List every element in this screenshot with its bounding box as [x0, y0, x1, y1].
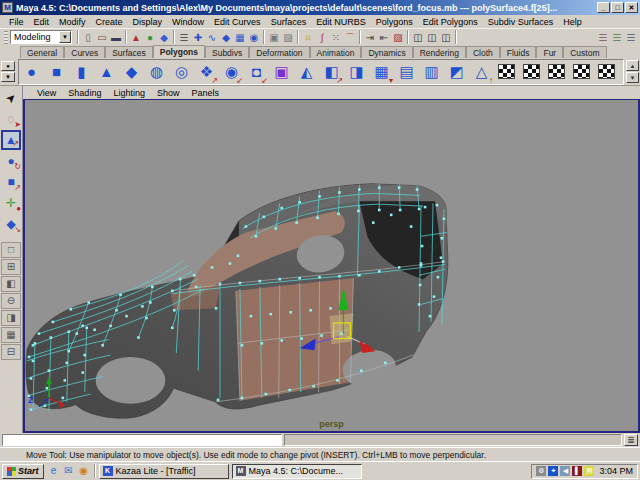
ie-quicklaunch-icon[interactable]: e — [47, 464, 61, 478]
lasso-select-tool[interactable]: ◌➤ — [1, 109, 21, 129]
viewport-menu-view[interactable]: View — [31, 88, 62, 98]
poly-subdivide-icon[interactable]: ❖↗ — [194, 60, 219, 84]
shelf-menu-button[interactable]: ● — [1, 61, 15, 71]
viewport-menu-show[interactable]: Show — [151, 88, 186, 98]
poly-cube-icon[interactable]: ■ — [44, 60, 69, 84]
shelf-tab-animation[interactable]: Animation — [310, 46, 362, 58]
maya-app-icon[interactable]: M — [2, 2, 13, 13]
snap-to-view-plane-icon[interactable]: ▦ — [233, 30, 247, 45]
layout-two-pane-stacked[interactable]: ⊖ — [1, 293, 21, 309]
shelf-tab-subdivs[interactable]: Subdivs — [205, 46, 249, 58]
show-attribute-editor-icon[interactable]: ☰ — [596, 30, 610, 45]
uv-checker-2-icon[interactable] — [523, 64, 540, 79]
select-component-icon[interactable]: ◆ — [157, 30, 171, 45]
current-tool[interactable]: ◆↘ — [1, 214, 21, 234]
poly-split-left-icon[interactable]: ◧↗ — [319, 60, 344, 84]
chevron-down-icon[interactable]: ▼ — [59, 31, 71, 43]
tray-updates[interactable]: ⚙ — [536, 466, 546, 476]
menu-edit-polygons[interactable]: Edit Polygons — [418, 17, 483, 27]
select-hierarchy-icon[interactable]: ▲ — [129, 30, 143, 45]
menu-edit-nurbs[interactable]: Edit NURBS — [311, 17, 371, 27]
shelf-scroll-up[interactable]: ▲ — [626, 60, 639, 71]
make-live-icon[interactable]: ◉ — [247, 30, 261, 45]
tray-msn[interactable]: ✦ — [548, 466, 558, 476]
snap-to-point-icon[interactable]: ◆ — [219, 30, 233, 45]
layout-persp-graph[interactable]: ⊟ — [1, 344, 21, 360]
maximize-button[interactable]: □ — [611, 2, 624, 13]
task-maya[interactable]: MMaya 4.5: C:\Docume... — [232, 464, 362, 479]
poly-extrude-face-icon[interactable]: ◘↙ — [244, 60, 269, 84]
shelf-tab-rendering[interactable]: Rendering — [413, 46, 466, 58]
save-scene-icon[interactable]: ▬ — [109, 30, 123, 45]
menu-subdiv-surfaces[interactable]: Subdiv Surfaces — [483, 17, 559, 27]
menu-create[interactable]: Create — [91, 17, 128, 27]
menu-edit[interactable]: Edit — [29, 17, 55, 27]
poly-sphere-circled-icon[interactable]: ◎ — [169, 60, 194, 84]
shelf-tab-dynamics[interactable]: Dynamics — [361, 46, 412, 58]
menu-display[interactable]: Display — [128, 17, 168, 27]
layout-hypershade[interactable]: ▦ — [1, 327, 21, 343]
poly-bevel-icon[interactable]: ◭ — [294, 60, 319, 84]
uv-checker-4-icon[interactable] — [573, 64, 590, 79]
snap-modes-icon[interactable]: ☰ — [177, 30, 191, 45]
poly-cone-icon[interactable]: ▲ — [94, 60, 119, 84]
snap-to-curve-icon[interactable]: ∿ — [205, 30, 219, 45]
shelf-tab-polygons[interactable]: Polygons — [153, 45, 205, 58]
layout-persp-outliner[interactable]: ◨ — [1, 310, 21, 326]
tray-ati[interactable]: ▌ — [572, 466, 582, 476]
shelf-tab-curves[interactable]: Curves — [64, 46, 105, 58]
lock-selection-icon[interactable]: ▣ — [267, 30, 281, 45]
close-button[interactable]: ✕ — [625, 2, 638, 13]
layout-four-pane[interactable]: ⊞ — [1, 259, 21, 275]
poly-mirror-icon[interactable]: ◩ — [444, 60, 469, 84]
viewport-menu-lighting[interactable]: Lighting — [107, 88, 151, 98]
new-scene-icon[interactable]: ▯ — [81, 30, 95, 45]
start-button[interactable]: Start — [2, 464, 44, 479]
poly-sphere-icon[interactable]: ● — [19, 60, 44, 84]
menu-window[interactable]: Window — [167, 17, 209, 27]
outlook-quicklaunch-icon[interactable]: ✉ — [62, 464, 76, 478]
show-channel-box-icon[interactable]: ☰ — [624, 30, 638, 45]
poly-merge-icon[interactable]: ▥ — [419, 60, 444, 84]
render-globals-icon[interactable]: ◫ — [439, 30, 453, 45]
select-tool[interactable]: ➤ — [1, 88, 21, 108]
title-bar[interactable]: M Maya 4.5: C:\Documents and Settings\Al… — [0, 0, 640, 15]
shelf-tab-surfaces[interactable]: Surfaces — [105, 46, 153, 58]
curve-snap-magnet-icon[interactable]: ∫ — [315, 30, 329, 45]
scale-tool[interactable]: ■↗ — [1, 172, 21, 192]
viewport-menu-shading[interactable]: Shading — [62, 88, 107, 98]
component-highlight-icon[interactable]: ▨ — [391, 30, 405, 45]
tray-scheduler[interactable]: ▤ — [584, 466, 594, 476]
poly-combine-icon[interactable]: ▦▾ — [369, 60, 394, 84]
ipr-render-icon[interactable]: ◫ — [425, 30, 439, 45]
poly-append-icon[interactable]: ▤ — [394, 60, 419, 84]
3d-scene[interactable]: Z — [25, 100, 638, 431]
magnet-tool-icon[interactable]: ⌒ — [343, 30, 357, 45]
render-current-frame-icon[interactable]: ◫ — [411, 30, 425, 45]
viewport-menu-panels[interactable]: Panels — [185, 88, 225, 98]
menu-file[interactable]: File — [4, 17, 29, 27]
point-snap-magnet-icon[interactable]: ⁙ — [329, 30, 343, 45]
tray-volume[interactable]: ◀ — [560, 466, 570, 476]
shelf-tab-custom[interactable]: Custom — [563, 46, 606, 58]
select-object-icon[interactable]: ● — [143, 30, 157, 45]
menu-set-selector[interactable]: Modeling ▼ — [10, 30, 72, 44]
enter-component-mode-icon[interactable]: ⇥ — [363, 30, 377, 45]
menu-help[interactable]: Help — [558, 17, 587, 27]
poly-cube-textured-icon[interactable]: ▣ — [269, 60, 294, 84]
shelf-scroll-down[interactable]: ▼ — [626, 72, 639, 83]
shelf-tab-cloth[interactable]: Cloth — [466, 46, 500, 58]
menu-surfaces[interactable]: Surfaces — [266, 17, 312, 27]
highlight-selection-icon[interactable]: ▨ — [281, 30, 295, 45]
rotate-tool[interactable]: ●↻ — [1, 151, 21, 171]
poly-cylinder-icon[interactable]: ▮ — [69, 60, 94, 84]
media-player-quicklaunch-icon[interactable]: ◉ — [77, 464, 91, 478]
open-scene-icon[interactable]: ▭ — [95, 30, 109, 45]
status-line-handle[interactable] — [4, 31, 8, 44]
shelf-tab-selector[interactable]: ▼ — [1, 72, 15, 82]
menu-polygons[interactable]: Polygons — [371, 17, 418, 27]
shelf-tab-fur[interactable]: Fur — [536, 46, 563, 58]
command-input[interactable] — [2, 434, 282, 446]
uv-checker-5-icon[interactable] — [598, 64, 615, 79]
poly-split-right-icon[interactable]: ◨ — [344, 60, 369, 84]
